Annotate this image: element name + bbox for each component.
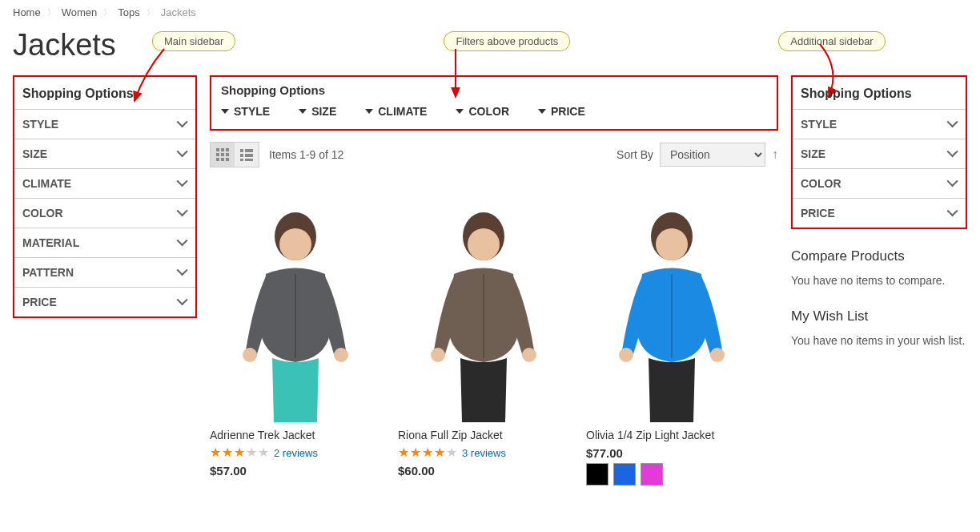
filter-size[interactable]: SIZE	[14, 139, 195, 169]
chevron-down-icon	[177, 146, 188, 157]
top-filters-title: Shopping Options	[221, 83, 767, 97]
toolbar: Items 1-9 of 12 Sort By Position ↑	[210, 137, 778, 174]
page-title: Jackets	[13, 28, 117, 62]
grid-view-button[interactable]	[211, 143, 235, 167]
star-icon: ★	[422, 446, 433, 459]
product-name[interactable]: Riona Full Zip Jacket	[398, 429, 570, 441]
filter-price[interactable]: PRICE	[793, 199, 966, 228]
chevron-down-icon	[177, 294, 188, 305]
svg-point-23	[522, 348, 536, 362]
reviews-link[interactable]: 2 reviews	[274, 447, 318, 459]
filter-size[interactable]: SIZE	[793, 139, 966, 169]
color-swatch[interactable]	[586, 463, 608, 486]
breadcrumb-tops[interactable]: Tops	[118, 6, 139, 18]
product-image[interactable]	[210, 198, 382, 422]
top-filter-color[interactable]: COLOR	[456, 105, 509, 118]
chevron-down-icon	[947, 116, 958, 127]
wishlist-title: My Wish List	[791, 308, 967, 324]
svg-rect-14	[245, 159, 253, 161]
star-icon: ★	[410, 446, 421, 459]
chevron-right-icon: 〉	[147, 7, 155, 18]
rating-stars: ★★★★★	[398, 446, 457, 459]
sort-by-select[interactable]: Position	[660, 143, 765, 167]
callout-filters-above: Filters above products	[444, 31, 570, 51]
svg-rect-5	[226, 153, 229, 156]
svg-point-27	[619, 348, 633, 362]
top-filter-label: CLIMATE	[378, 105, 427, 118]
breadcrumbs: Home 〉 Women 〉 Tops 〉 Jackets	[0, 0, 980, 25]
breadcrumb-women[interactable]: Women	[62, 6, 98, 18]
top-filter-price[interactable]: PRICE	[538, 105, 585, 118]
product-price: $60.00	[398, 464, 570, 478]
product-card[interactable]: Adrienne Trek Jacket★★★★★2 reviews$57.00	[210, 198, 382, 486]
color-swatch[interactable]	[641, 463, 663, 486]
color-swatch[interactable]	[613, 463, 636, 486]
star-icon: ★	[246, 446, 257, 459]
chevron-down-icon	[177, 205, 188, 216]
svg-rect-2	[226, 148, 229, 151]
filters-above-products: Shopping Options STYLESIZECLIMATECOLORPR…	[210, 75, 778, 131]
wishlist-text: You have no items in your wish list.	[791, 332, 967, 349]
svg-point-22	[431, 348, 445, 362]
product-card[interactable]: Olivia 1/4 Zip Light Jacket$77.00	[586, 198, 758, 486]
color-swatches	[586, 463, 758, 486]
svg-rect-6	[216, 158, 219, 161]
star-icon: ★	[222, 446, 233, 459]
filter-style[interactable]: STYLE	[14, 110, 195, 139]
filter-label: COLOR	[22, 207, 63, 220]
chevron-down-icon	[177, 235, 188, 246]
right-sidebar: Shopping Options STYLESIZECOLORPRICE Com…	[791, 75, 967, 486]
filter-style[interactable]: STYLE	[793, 110, 966, 139]
star-icon: ★	[258, 446, 269, 459]
product-grid: Adrienne Trek Jacket★★★★★2 reviews$57.00…	[210, 198, 778, 486]
filter-price[interactable]: PRICE	[14, 288, 195, 316]
svg-rect-10	[245, 149, 253, 152]
filter-material[interactable]: MATERIAL	[14, 228, 195, 258]
compare-products-text: You have no items to compare.	[791, 272, 967, 289]
shopping-options-title: Shopping Options	[793, 77, 966, 109]
top-filter-style[interactable]: STYLE	[221, 105, 270, 118]
filter-label: STYLE	[801, 118, 837, 131]
chevron-right-icon: 〉	[103, 7, 111, 18]
svg-point-17	[243, 348, 257, 362]
breadcrumb-current: Jackets	[161, 6, 196, 18]
breadcrumb-home[interactable]: Home	[13, 6, 41, 18]
triangle-down-icon	[221, 109, 229, 114]
filter-color[interactable]: COLOR	[793, 169, 966, 199]
svg-point-26	[656, 228, 688, 260]
product-name[interactable]: Olivia 1/4 Zip Light Jacket	[586, 429, 758, 441]
chevron-down-icon	[177, 175, 188, 187]
callout-additional-sidebar: Additional sidebar	[778, 31, 885, 51]
product-name[interactable]: Adrienne Trek Jacket	[210, 429, 382, 441]
product-image[interactable]	[586, 198, 758, 422]
reviews-link[interactable]: 3 reviews	[462, 447, 506, 459]
star-icon: ★	[446, 446, 457, 459]
filter-climate[interactable]: CLIMATE	[14, 169, 195, 199]
svg-rect-13	[240, 159, 243, 161]
product-card[interactable]: Riona Full Zip Jacket★★★★★3 reviews$60.0…	[398, 198, 570, 486]
rating-stars: ★★★★★	[210, 446, 269, 459]
svg-rect-9	[240, 149, 243, 152]
svg-rect-7	[221, 158, 224, 161]
svg-rect-3	[216, 153, 219, 156]
chevron-down-icon	[947, 205, 958, 216]
top-filter-label: PRICE	[551, 105, 585, 118]
svg-rect-8	[226, 158, 229, 161]
wishlist-section: My Wish List You have no items in your w…	[791, 308, 967, 349]
filter-color[interactable]: COLOR	[14, 199, 195, 228]
star-icon: ★	[234, 446, 245, 459]
svg-point-18	[334, 348, 348, 362]
list-view-button[interactable]	[235, 143, 259, 167]
sort-direction-toggle[interactable]: ↑	[772, 147, 778, 162]
grid-icon	[216, 148, 229, 161]
filter-label: COLOR	[801, 177, 841, 190]
product-image[interactable]	[398, 198, 570, 422]
triangle-down-icon	[538, 109, 546, 114]
star-icon: ★	[434, 446, 445, 459]
top-filter-climate[interactable]: CLIMATE	[365, 105, 427, 118]
top-filter-size[interactable]: SIZE	[299, 105, 336, 118]
filter-pattern[interactable]: PATTERN	[14, 258, 195, 288]
svg-rect-12	[245, 154, 253, 157]
star-icon: ★	[398, 446, 409, 459]
star-icon: ★	[210, 446, 221, 459]
